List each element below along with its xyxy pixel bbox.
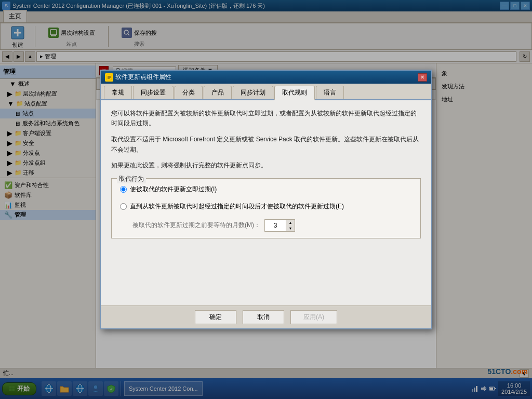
months-down-button[interactable]: ▼ — [286, 225, 295, 231]
radio-row-2: 直到从软件更新被取代时起经过指定的时间段后才使被取代的软件更新过期(E) — [120, 202, 412, 211]
months-up-button[interactable]: ▲ — [286, 220, 295, 225]
radio-delayed[interactable] — [120, 203, 127, 210]
months-arrows: ▲ ▼ — [286, 220, 295, 231]
months-spinner: ▲ ▼ — [264, 219, 295, 232]
tab-supersedence-rules[interactable]: 取代规则 — [274, 86, 315, 100]
group-box-title: 取代行为 — [117, 175, 146, 183]
months-row: 被取代的软件更新过期之前要等待的月数(M)： ▲ ▼ — [120, 219, 412, 232]
ok-button[interactable]: 确定 — [195, 310, 236, 324]
group-box: 取代行为 使被取代的软件更新立即过期(I) 直到从软件更新被取代时起经过指定的时… — [111, 178, 421, 238]
dialog-overlay: 软件更新点组件属性 ✕ 常规 同步设置 分类 产品 同步计划 取代规则 语言 您… — [0, 0, 532, 399]
radio-immediate[interactable] — [120, 186, 127, 193]
tab-classification[interactable]: 分类 — [175, 86, 203, 99]
dialog-footer: 确定 取消 应用(A) — [101, 305, 431, 328]
radio-delayed-label[interactable]: 直到从软件更新被取代时起经过指定的时间段后才使被取代的软件更新过期(E) — [130, 202, 412, 211]
radio-immediate-label[interactable]: 使被取代的软件更新立即过期(I) — [130, 185, 412, 194]
dialog-close-button[interactable]: ✕ — [418, 73, 427, 82]
cancel-button[interactable]: 取消 — [243, 310, 284, 324]
months-label: 被取代的软件更新过期之前要等待的月数(M)： — [132, 221, 260, 230]
months-input[interactable] — [265, 221, 286, 230]
tab-sync-settings[interactable]: 同步设置 — [133, 86, 174, 99]
apply-button[interactable]: 应用(A) — [290, 310, 337, 324]
dialog-desc-3: 如果更改此设置，则将强制执行完整的软件更新点同步。 — [111, 161, 421, 170]
dialog-desc-1: 您可以将软件更新配置为被较新的软件更新取代时立即过期，或者配置为从被较新的软件更… — [111, 109, 421, 128]
dialog-desc-2: 取代设置不适用于 Microsoft Forefront 定义更新或被 Serv… — [111, 135, 421, 154]
dialog: 软件更新点组件属性 ✕ 常规 同步设置 分类 产品 同步计划 取代规则 语言 您… — [100, 70, 432, 329]
dialog-title-bar: 软件更新点组件属性 ✕ — [101, 71, 431, 84]
tab-products[interactable]: 产品 — [204, 86, 232, 99]
dialog-tabs: 常规 同步设置 分类 产品 同步计划 取代规则 语言 — [101, 84, 431, 100]
dialog-body: 您可以将软件更新配置为被较新的软件更新取代时立即过期，或者配置为从被较新的软件更… — [101, 100, 431, 305]
tab-sync-plan[interactable]: 同步计划 — [233, 86, 273, 99]
dialog-title-icon — [105, 73, 113, 82]
dialog-title-text: 软件更新点组件属性 — [115, 73, 171, 82]
radio-row-1: 使被取代的软件更新立即过期(I) — [120, 185, 412, 194]
tab-general[interactable]: 常规 — [104, 86, 132, 99]
tab-language[interactable]: 语言 — [316, 86, 344, 99]
